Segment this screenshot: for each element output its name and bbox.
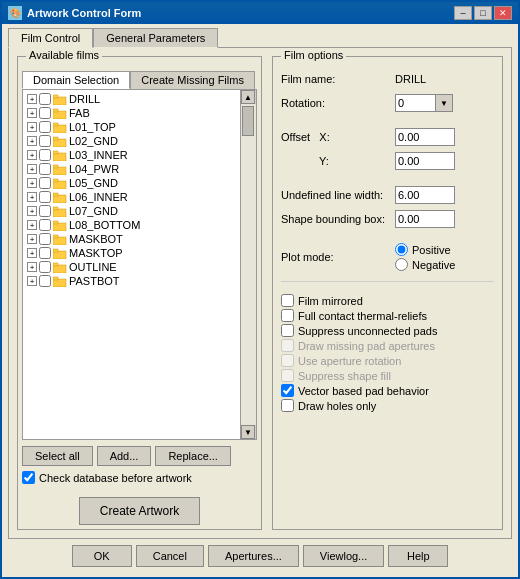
list-item[interactable]: + FAB [25,106,238,120]
minimize-button[interactable]: – [454,6,472,20]
scrollbar-up-btn[interactable]: ▲ [241,90,255,104]
checkbox-suppress-unconnected-pads[interactable] [281,324,294,337]
film-checkbox[interactable] [39,107,51,119]
shape-bounding-box-row: Shape bounding box: 0.00 [281,209,494,229]
create-artwork-button[interactable]: Create Artwork [79,497,200,525]
rotation-dropdown-arrow[interactable]: ▼ [435,94,453,112]
plot-negative-radio[interactable] [395,258,408,271]
expand-icon[interactable]: + [27,220,37,230]
list-item[interactable]: + L06_INNER [25,190,238,204]
checkbox-full-contact-thermal-reliefs[interactable] [281,309,294,322]
film-name-row: Film name: DRILL [281,69,494,89]
artwork-control-form: 🎨 Artwork Control Form – □ ✕ Film Contro… [0,0,520,579]
list-item[interactable]: + L01_TOP [25,120,238,134]
expand-icon[interactable]: + [27,94,37,104]
list-item[interactable]: + L07_GND [25,204,238,218]
list-item[interactable]: + OUTLINE [25,260,238,274]
expand-icon[interactable]: + [27,122,37,132]
expand-icon[interactable]: + [27,234,37,244]
offset-y-input[interactable]: 0.00 [395,152,455,170]
expand-icon[interactable]: + [27,192,37,202]
select-all-button[interactable]: Select all [22,446,93,466]
list-item[interactable]: + MASKBOT [25,232,238,246]
film-checkbox[interactable] [39,121,51,133]
help-button[interactable]: Help [388,545,448,567]
checkbox-row-draw-missing-pad-apertures: Draw missing pad apertures [281,339,494,352]
scrollbar-down-btn[interactable]: ▼ [241,425,255,439]
check-database-checkbox[interactable] [22,471,35,484]
inner-tab-bar: Domain Selection Create Missing Films [22,71,257,89]
plot-negative-label: Negative [412,259,455,271]
apertures-button[interactable]: Apertures... [208,545,299,567]
list-item[interactable]: + L04_PWR [25,162,238,176]
film-checkbox[interactable] [39,219,51,231]
film-checkbox[interactable] [39,177,51,189]
offset-x-input[interactable]: 0.00 [395,128,455,146]
expand-icon[interactable]: + [27,136,37,146]
svg-rect-7 [53,137,58,140]
film-checkbox[interactable] [39,163,51,175]
expand-icon[interactable]: + [27,262,37,272]
svg-rect-11 [53,165,58,168]
film-checkbox[interactable] [39,93,51,105]
film-name: L02_GND [69,135,118,147]
svg-rect-5 [53,123,58,126]
close-button[interactable]: ✕ [494,6,512,20]
checkbox-use-aperture-rotation [281,354,294,367]
checkbox-draw-holes-only[interactable] [281,399,294,412]
expand-icon[interactable]: + [27,206,37,216]
bottom-bar: OKCancelApertures...Viewlog...Help [8,539,512,571]
expand-icon[interactable]: + [27,150,37,160]
list-item[interactable]: + L05_GND [25,176,238,190]
scrollbar-thumb[interactable] [242,106,254,136]
tab-film-control[interactable]: Film Control [8,28,93,48]
svg-rect-19 [53,221,58,224]
film-checkbox[interactable] [39,261,51,273]
film-name: MASKBOT [69,233,123,245]
rotation-input[interactable]: 0 [395,94,435,112]
viewlog-button[interactable]: Viewlog... [303,545,385,567]
undefined-line-width-row: Undefined line width: 6.00 [281,185,494,205]
list-item[interactable]: + L08_BOTTOM [25,218,238,232]
expand-icon[interactable]: + [27,164,37,174]
expand-icon[interactable]: + [27,108,37,118]
shape-bounding-box-input[interactable]: 0.00 [395,210,455,228]
list-item[interactable]: + MASKTOP [25,246,238,260]
tab-create-missing-films[interactable]: Create Missing Films [130,71,255,89]
expand-icon[interactable]: + [27,248,37,258]
replace-button[interactable]: Replace... [155,446,231,466]
plot-negative-row: Negative [395,258,455,271]
film-name: L06_INNER [69,191,128,203]
film-name: L01_TOP [69,121,116,133]
tab-general-parameters[interactable]: General Parameters [93,28,218,48]
list-item[interactable]: + L03_INNER [25,148,238,162]
add-button[interactable]: Add... [97,446,152,466]
maximize-button[interactable]: □ [474,6,492,20]
list-item[interactable]: + PASTBOT [25,274,238,288]
plot-positive-radio[interactable] [395,243,408,256]
ok-button[interactable]: OK [72,545,132,567]
tab-domain-selection[interactable]: Domain Selection [22,71,130,89]
cancel-button[interactable]: Cancel [136,545,204,567]
rotation-dropdown[interactable]: 0 ▼ [395,94,453,112]
film-checkbox[interactable] [39,149,51,161]
film-checkbox[interactable] [39,233,51,245]
film-checkbox[interactable] [39,247,51,259]
list-item[interactable]: + L02_GND [25,134,238,148]
film-checkbox[interactable] [39,205,51,217]
offset-y-row: Y: 0.00 [281,151,494,171]
main-content: Available films Domain Selection Create … [8,47,512,539]
offset-x-row: Offset X: 0.00 [281,127,494,147]
film-checkbox[interactable] [39,191,51,203]
undefined-line-width-input[interactable]: 6.00 [395,186,455,204]
film-checkbox[interactable] [39,135,51,147]
film-checkbox[interactable] [39,275,51,287]
checkbox-film-mirrored[interactable] [281,294,294,307]
folder-icon [53,262,67,273]
expand-icon[interactable]: + [27,276,37,286]
expand-icon[interactable]: + [27,178,37,188]
checkbox-label-full-contact-thermal-reliefs: Full contact thermal-reliefs [298,310,427,322]
list-item[interactable]: + DRILL [25,92,238,106]
checkbox-vector-based-pad-behavior[interactable] [281,384,294,397]
film-name: DRILL [69,93,100,105]
